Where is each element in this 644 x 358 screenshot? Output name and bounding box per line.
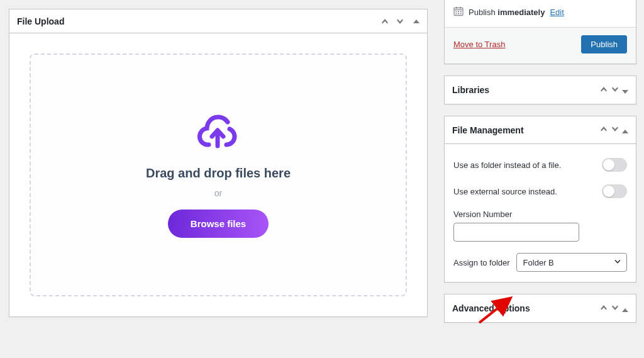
svg-rect-9 [456,7,457,9]
publish-schedule-row: Publish immediately Edit [445,0,636,27]
move-up-icon[interactable] [599,303,608,312]
dropzone-title: Drag and drop files here [146,166,291,181]
use-external-label: Use external source instead. [453,187,557,196]
expand-toggle-icon[interactable] [622,90,628,94]
libraries-title: Libraries [452,85,489,95]
assign-to-folder-label: Assign to folder [453,258,510,267]
libraries-controls [599,85,628,96]
move-down-icon[interactable] [611,85,619,94]
libraries-metabox: Libraries [444,76,636,104]
use-as-folder-toggle[interactable] [602,158,627,172]
file-upload-controls [380,17,419,26]
svg-rect-3 [455,11,457,12]
svg-rect-5 [460,11,462,12]
collapse-toggle-icon[interactable] [622,308,628,312]
file-management-metabox: File Management Use as folder instead of… [444,116,636,282]
publish-button[interactable]: Publish [581,35,627,53]
advanced-options-header: Advanced Options [445,294,636,322]
publish-schedule-edit-link[interactable]: Edit [550,8,564,17]
assign-to-folder-row: Assign to folder Folder B [453,247,627,274]
move-up-icon[interactable] [380,17,389,26]
svg-rect-7 [458,13,459,14]
move-down-icon[interactable] [396,17,404,26]
move-down-icon[interactable] [611,303,619,312]
browse-files-button[interactable]: Browse files [168,210,269,238]
move-up-icon[interactable] [599,85,608,94]
move-to-trash-link[interactable]: Move to Trash [453,40,505,49]
version-number-label: Version Number [453,210,627,219]
file-management-title: File Management [452,125,524,135]
svg-rect-4 [458,11,459,12]
advanced-options-title: Advanced Options [452,303,530,313]
version-number-row: Version Number [453,204,627,247]
collapse-toggle-icon[interactable] [413,20,419,23]
sidebar: Publish immediately Edit Move to Trash P… [444,0,636,334]
chevron-down-icon [614,258,621,267]
assign-to-folder-value: Folder B [523,258,554,267]
use-as-folder-label: Use as folder instead of a file. [453,160,561,170]
libraries-header: Libraries [445,76,636,104]
collapse-toggle-icon[interactable] [622,130,628,133]
version-number-input[interactable] [453,223,579,242]
file-upload-panel: File Upload [9,9,428,317]
use-external-row: Use external source instead. [453,178,627,204]
move-down-icon[interactable] [611,125,619,133]
dropzone-or: or [214,188,222,198]
svg-rect-6 [455,13,457,14]
publish-schedule-text: Publish immediately [469,8,545,17]
svg-rect-10 [460,7,461,9]
publish-metabox: Publish immediately Edit Move to Trash P… [444,0,636,64]
cloud-upload-icon [196,112,240,152]
use-external-toggle[interactable] [602,184,627,198]
use-as-folder-row: Use as folder instead of a file. [453,152,627,178]
calendar-icon [453,6,464,18]
advanced-options-metabox: Advanced Options [444,294,636,323]
publish-actions: Move to Trash Publish [445,27,636,64]
file-upload-header: File Upload [9,9,427,33]
svg-rect-8 [460,13,462,14]
file-management-body: Use as folder instead of a file. Use ext… [445,144,636,282]
move-up-icon[interactable] [599,125,608,133]
assign-to-folder-select[interactable]: Folder B [516,253,627,272]
file-management-controls [599,125,628,135]
file-upload-title: File Upload [17,16,64,26]
advanced-options-controls [599,303,628,314]
dropzone[interactable]: Drag and drop files here or Browse files [30,53,407,296]
file-upload-body: Drag and drop files here or Browse files [9,33,427,316]
file-management-header: File Management [445,116,636,144]
